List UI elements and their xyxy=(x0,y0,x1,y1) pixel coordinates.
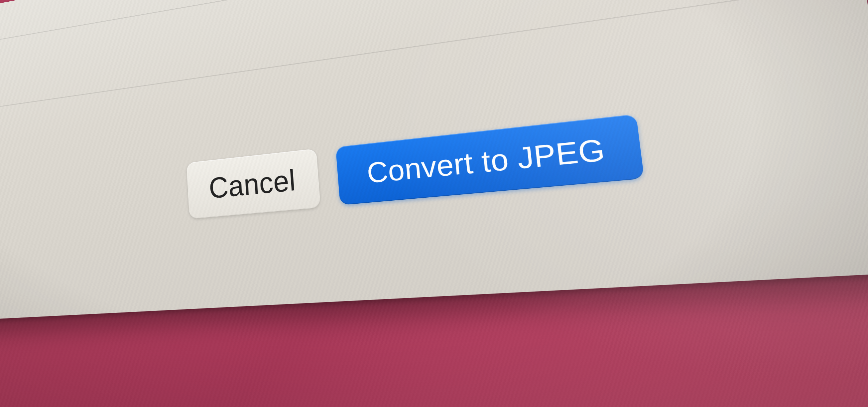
convert-button[interactable]: Convert to JPEG xyxy=(336,114,644,205)
section-divider xyxy=(0,0,849,50)
cancel-button[interactable]: Cancel xyxy=(186,148,321,219)
dialog-sheet: Cancel Convert to JPEG xyxy=(0,0,868,321)
screenshot-scene: Cancel Convert to JPEG xyxy=(0,0,868,407)
dialog-button-row: Cancel Convert to JPEG xyxy=(186,113,645,219)
